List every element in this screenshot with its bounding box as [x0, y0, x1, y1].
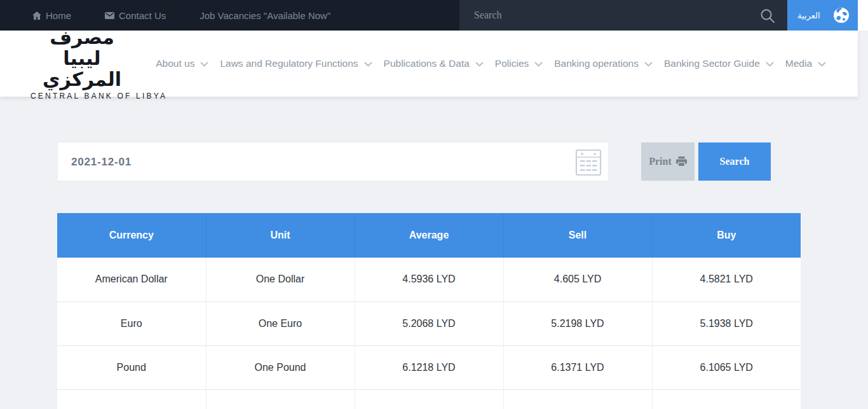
search-input[interactable]	[459, 0, 752, 31]
rates-search-button[interactable]: Search	[698, 142, 771, 181]
table-cell: 4.605 LYD	[503, 258, 652, 302]
table-cell: 5.2068 LYD	[355, 302, 503, 345]
nav-item-policies[interactable]: Policies	[495, 58, 543, 69]
chevron-down-icon	[200, 62, 208, 67]
job-vacancies-link[interactable]: Job Vacancies "Available Now"	[200, 10, 330, 21]
chevron-down-icon	[534, 62, 543, 67]
nav-item-banking-operations[interactable]: Banking operations	[554, 58, 653, 69]
table-header-row: CurrencyUnitAverageSellBuy	[57, 213, 801, 258]
nav-item-label: Policies	[495, 58, 529, 69]
globe-icon	[833, 7, 850, 26]
main-nav: About usLaws and Regulatory FunctionsPub…	[144, 58, 826, 69]
table-cell: 4.5936 LYD	[355, 258, 503, 302]
column-header-sell: Sell	[503, 213, 652, 258]
table-cell: 4.5821 LYD	[652, 258, 801, 302]
date-value: 2021-12-01	[71, 156, 132, 169]
print-label: Print	[649, 156, 672, 167]
contact-us-link[interactable]: Contact Us	[105, 10, 166, 21]
date-input[interactable]: 2021-12-01	[57, 142, 609, 181]
chevron-down-icon	[766, 62, 774, 67]
nav-item-label: About us	[156, 58, 194, 69]
table-cell: 6.1371 LYD	[503, 345, 652, 389]
table-row: PoundOne Pound6.1218 LYD6.1371 LYD6.1065…	[57, 345, 801, 389]
nav-item-label: Banking operations	[554, 58, 639, 69]
language-label: العربية	[797, 11, 820, 20]
table-cell: 5.2198 LYD	[503, 302, 652, 345]
page: Home Contact Us Job Vacancies "Available…	[0, 0, 868, 409]
table-cell: One Euro	[206, 302, 355, 345]
print-button[interactable]: Print	[641, 142, 695, 181]
job-vacancies-label: Job Vacancies "Available Now"	[200, 10, 330, 21]
logo[interactable]: مصرف ليبيا المركزي CENTRAL BANK OF LIBYA	[31, 27, 133, 101]
search-submit-button[interactable]	[759, 8, 776, 24]
column-header-currency: Currency	[57, 213, 206, 258]
nav-item-publications-data[interactable]: Publications & Data	[384, 58, 484, 69]
calendar-icon	[575, 148, 602, 179]
table-cell: 6.1218 LYD	[355, 345, 503, 389]
printer-icon	[676, 156, 687, 167]
table-row	[57, 389, 801, 409]
table-cell: American Dollar	[57, 258, 206, 302]
chevron-down-icon	[644, 62, 653, 67]
table-cell: One Pound	[206, 345, 355, 389]
topbar-right-gap	[858, 0, 868, 31]
table-body: American DollarOne Dollar4.5936 LYD4.605…	[57, 258, 801, 409]
table-row: American DollarOne Dollar4.5936 LYD4.605…	[57, 258, 801, 302]
logo-english-text: CENTRAL BANK OF LIBYA	[31, 92, 133, 101]
table-cell	[206, 389, 355, 409]
nav-item-label: Media	[785, 58, 812, 69]
nav-item-label: Publications & Data	[384, 58, 470, 69]
table-cell: One Dollar	[206, 258, 355, 302]
home-label: Home	[46, 10, 71, 21]
chevron-down-icon	[818, 62, 826, 67]
logo-arabic-text: مصرف ليبيا المركزي	[31, 27, 133, 90]
nav-item-banking-sector-guide[interactable]: Banking Sector Guide	[664, 58, 774, 69]
column-header-unit: Unit	[206, 213, 355, 258]
nav-item-media[interactable]: Media	[785, 58, 826, 69]
rates-table: CurrencyUnitAverageSellBuy American Doll…	[57, 213, 801, 409]
table-cell: 5.1938 LYD	[652, 302, 801, 345]
chevron-down-icon	[475, 62, 484, 67]
table-row: EuroOne Euro5.2068 LYD5.2198 LYD5.1938 L…	[57, 302, 801, 345]
table-cell: 6.1065 LYD	[652, 345, 801, 389]
site-header: مصرف ليبيا المركزي CENTRAL BANK OF LIBYA…	[0, 31, 858, 97]
home-link[interactable]: Home	[32, 10, 71, 21]
envelope-icon	[105, 12, 114, 19]
home-icon	[32, 11, 41, 20]
nav-item-about-us[interactable]: About us	[156, 58, 208, 69]
nav-item-laws-and-regulatory-functions[interactable]: Laws and Regulatory Functions	[220, 58, 372, 69]
table-cell	[503, 389, 652, 409]
chevron-down-icon	[364, 62, 372, 67]
topbar-search	[459, 0, 787, 31]
language-switcher[interactable]: العربية	[787, 0, 858, 31]
table-cell	[652, 389, 801, 409]
column-header-average: Average	[355, 213, 503, 258]
column-header-buy: Buy	[652, 213, 801, 258]
table-cell: Euro	[57, 302, 206, 345]
table-cell: Pound	[57, 345, 206, 389]
search-icon	[760, 8, 775, 24]
nav-item-label: Banking Sector Guide	[664, 58, 760, 69]
nav-item-label: Laws and Regulatory Functions	[220, 58, 358, 69]
table-cell	[57, 389, 206, 409]
topbar: Home Contact Us Job Vacancies "Available…	[0, 0, 858, 31]
contact-us-label: Contact Us	[119, 10, 166, 21]
table-cell	[355, 389, 503, 409]
